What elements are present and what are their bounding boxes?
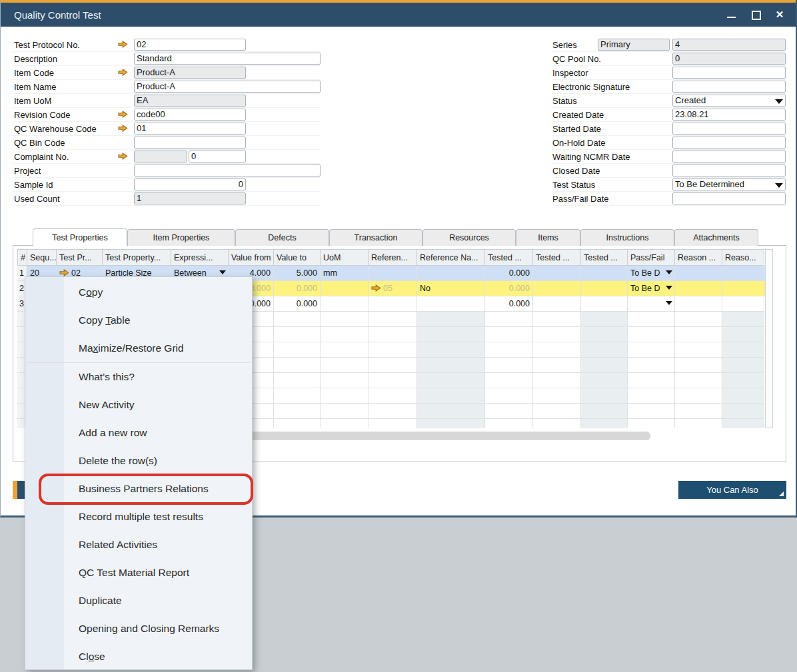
grid-cell[interactable] bbox=[321, 388, 369, 404]
grid-cell[interactable] bbox=[485, 327, 533, 342]
grid-cell[interactable] bbox=[321, 312, 369, 327]
link-arrow-icon[interactable] bbox=[59, 269, 69, 276]
grid-cell[interactable] bbox=[628, 342, 675, 358]
revision-code-field[interactable]: code00 bbox=[134, 109, 246, 121]
dropdown-arrow-icon[interactable] bbox=[666, 286, 672, 290]
grid-cell[interactable] bbox=[581, 342, 628, 358]
grid-cell[interactable] bbox=[628, 373, 675, 388]
grid-cell[interactable] bbox=[321, 281, 369, 296]
grid-cell[interactable] bbox=[369, 312, 417, 327]
grid-cell[interactable] bbox=[321, 327, 369, 342]
grid-cell[interactable] bbox=[722, 327, 764, 342]
dropdown-arrow-icon[interactable] bbox=[775, 183, 783, 188]
tab-instructions[interactable]: Instructions bbox=[580, 229, 674, 246]
grid-cell[interactable] bbox=[581, 296, 628, 312]
grid-cell[interactable] bbox=[274, 327, 321, 342]
grid-cell[interactable] bbox=[274, 358, 321, 373]
grid-cell[interactable] bbox=[722, 312, 764, 327]
grid-cell[interactable] bbox=[675, 404, 722, 419]
grid-cell[interactable] bbox=[417, 296, 485, 312]
tab-test-properties[interactable]: Test Properties bbox=[33, 228, 127, 246]
link-arrow-icon[interactable] bbox=[118, 41, 128, 48]
menu-item-delete-the-row-s[interactable]: Delete the row(s) bbox=[25, 447, 252, 475]
menu-item-opening-and-closing-remarks[interactable]: Opening and Closing Remarks bbox=[25, 615, 252, 643]
grid-cell[interactable] bbox=[321, 373, 369, 388]
menu-item-business-partners-relations[interactable]: Business Partners Relations bbox=[25, 475, 252, 503]
grid-cell[interactable] bbox=[722, 342, 764, 358]
tab-items[interactable]: Items bbox=[516, 229, 580, 246]
grid-cell[interactable] bbox=[417, 419, 485, 428]
grid-cell[interactable] bbox=[321, 404, 369, 419]
grid-cell[interactable] bbox=[581, 281, 628, 296]
series-field-2[interactable]: 4 bbox=[672, 39, 786, 51]
grid-cell[interactable]: 0.000 bbox=[274, 296, 321, 312]
started-date-field[interactable] bbox=[672, 123, 786, 135]
grid-cell[interactable] bbox=[369, 342, 417, 358]
grid-cell[interactable] bbox=[628, 358, 675, 373]
menu-item-close[interactable]: Close bbox=[25, 643, 252, 671]
grid-cell[interactable] bbox=[581, 388, 628, 404]
dropdown-arrow-icon[interactable] bbox=[666, 301, 672, 305]
grid-cell[interactable] bbox=[628, 312, 675, 327]
grid-cell[interactable] bbox=[417, 388, 485, 404]
grid-cell[interactable]: To Be D bbox=[628, 266, 675, 281]
grid-cell[interactable] bbox=[274, 419, 321, 428]
grid-cell[interactable] bbox=[675, 281, 722, 296]
status-field[interactable]: Created bbox=[672, 95, 786, 107]
electronic-signature-field[interactable] bbox=[672, 81, 786, 93]
grid-cell[interactable] bbox=[417, 327, 485, 342]
grid-cell[interactable] bbox=[417, 358, 485, 373]
grid-cell[interactable] bbox=[722, 281, 764, 296]
item-code-field[interactable]: Product-A bbox=[134, 67, 246, 79]
grid-cell[interactable] bbox=[369, 266, 417, 281]
grid-cell[interactable]: 0.000 bbox=[485, 296, 533, 312]
grid-cell[interactable] bbox=[321, 296, 369, 312]
grid-cell[interactable] bbox=[722, 296, 764, 312]
grid-cell[interactable] bbox=[675, 419, 722, 428]
grid-cell[interactable] bbox=[581, 266, 628, 281]
grid-cell[interactable] bbox=[581, 327, 628, 342]
grid-cell[interactable] bbox=[369, 296, 417, 312]
grid-vertical-scrollbar[interactable] bbox=[765, 249, 773, 428]
grid-cell[interactable] bbox=[675, 388, 722, 404]
menu-item-maximize-restore-grid[interactable]: Maximize/Restore Grid bbox=[25, 334, 252, 362]
grid-cell[interactable] bbox=[533, 281, 581, 296]
grid-cell[interactable] bbox=[321, 358, 369, 373]
grid-cell[interactable] bbox=[369, 404, 417, 419]
grid-cell[interactable] bbox=[417, 312, 485, 327]
grid-cell[interactable] bbox=[369, 327, 417, 342]
grid-cell[interactable] bbox=[485, 388, 533, 404]
menu-item-record-multiple-test-results[interactable]: Record multiple test results bbox=[25, 503, 252, 531]
grid-cell[interactable]: No bbox=[417, 281, 485, 296]
grid-cell[interactable] bbox=[369, 358, 417, 373]
qc-warehouse-code-field[interactable]: 01 bbox=[134, 123, 246, 135]
grid-cell[interactable] bbox=[417, 342, 485, 358]
tab-defects[interactable]: Defects bbox=[235, 229, 329, 246]
grid-cell[interactable] bbox=[369, 419, 417, 428]
pass-fail-date-field[interactable] bbox=[672, 192, 786, 204]
grid-cell[interactable] bbox=[675, 342, 722, 358]
close-icon[interactable]: ✕ bbox=[774, 9, 785, 20]
tab-resources[interactable]: Resources bbox=[422, 229, 516, 246]
tab-attachments[interactable]: Attachments bbox=[674, 229, 758, 246]
menu-item-qc-test-material-report[interactable]: QC Test Material Report bbox=[25, 559, 252, 587]
grid-cell[interactable] bbox=[581, 358, 628, 373]
link-arrow-icon[interactable] bbox=[118, 69, 128, 76]
grid-cell[interactable] bbox=[581, 312, 628, 327]
item-uom-field[interactable]: EA bbox=[134, 95, 246, 107]
grid-cell[interactable] bbox=[485, 342, 533, 358]
grid-cell[interactable]: 0.000 bbox=[485, 281, 533, 296]
menu-item-add-a-new-row[interactable]: Add a new row bbox=[25, 419, 252, 447]
link-arrow-icon[interactable] bbox=[371, 284, 381, 292]
tab-item-properties[interactable]: Item Properties bbox=[127, 229, 235, 246]
grid-cell[interactable] bbox=[722, 373, 764, 388]
grid-cell[interactable] bbox=[485, 373, 533, 388]
grid-cell[interactable] bbox=[581, 419, 628, 428]
tab-transaction[interactable]: Transaction bbox=[329, 229, 422, 246]
grid-cell[interactable] bbox=[628, 419, 675, 428]
minimize-icon[interactable] bbox=[726, 9, 737, 20]
dropdown-arrow-icon[interactable] bbox=[219, 270, 226, 274]
grid-cell[interactable] bbox=[533, 404, 581, 419]
grid-cell[interactable] bbox=[274, 342, 321, 358]
grid-cell[interactable] bbox=[321, 342, 369, 358]
